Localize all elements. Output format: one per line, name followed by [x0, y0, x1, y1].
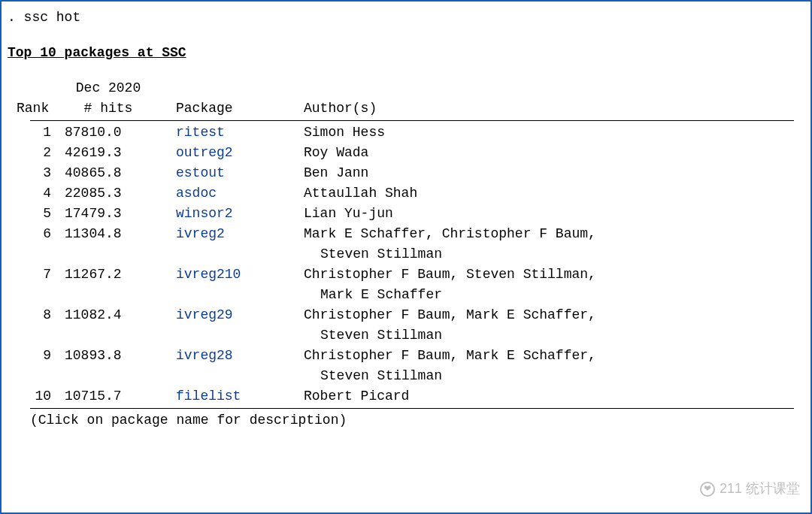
- cell-authors: Mark E Schaffer, Christopher F Baum,Stev…: [289, 224, 804, 265]
- wechat-icon: ❤: [700, 482, 715, 497]
- cell-authors: Roy Wada: [289, 143, 804, 163]
- package-link[interactable]: estout: [176, 165, 225, 180]
- cell-package: asdoc: [153, 183, 289, 204]
- table-row: 340865.8estoutBen Jann: [11, 163, 804, 183]
- command-text: . ssc hot: [8, 10, 80, 25]
- author-line: Robert Picard: [304, 386, 782, 407]
- cell-hits: 10893.8: [63, 346, 153, 366]
- cell-rank: 8: [11, 305, 63, 325]
- packages-table: Rank Dec 2020 # hits Package Author(s) 1…: [8, 78, 804, 431]
- header-package: Package: [153, 78, 289, 119]
- footer-note: (Click on package name for description): [11, 410, 804, 431]
- cell-authors: Ben Jann: [289, 163, 804, 183]
- author-line: Lian Yu-jun: [304, 204, 782, 224]
- cell-hits: 40865.8: [63, 163, 153, 183]
- cell-package: filelist: [153, 386, 289, 407]
- cell-package: estout: [153, 163, 289, 183]
- table-body: 187810.0ritestSimon Hess242619.3outreg2R…: [11, 122, 804, 407]
- package-link[interactable]: ivreg28: [176, 348, 233, 363]
- table-row: 187810.0ritestSimon Hess: [11, 122, 804, 143]
- package-link[interactable]: filelist: [176, 389, 241, 404]
- cell-hits: 22085.3: [63, 183, 153, 204]
- cell-rank: 9: [11, 346, 63, 366]
- package-link[interactable]: outreg2: [176, 145, 233, 160]
- table-row: 910893.8ivreg28Christopher F Baum, Mark …: [11, 346, 804, 386]
- cell-hits: 10715.7: [63, 386, 153, 407]
- cell-hits: 11267.2: [63, 265, 153, 285]
- cell-rank: 7: [11, 265, 63, 285]
- header-authors: Author(s): [289, 78, 804, 119]
- package-link[interactable]: ivreg29: [176, 307, 233, 322]
- cell-package: outreg2: [153, 143, 289, 163]
- divider-top: [30, 120, 794, 121]
- cell-hits: 11304.8: [63, 224, 153, 244]
- table-row: 711267.2ivreg210Christopher F Baum, Stev…: [11, 265, 804, 305]
- cell-hits: 11082.4: [63, 305, 153, 325]
- cell-package: ivreg2: [153, 224, 289, 244]
- author-line: Christopher F Baum, Steven Stillman,: [304, 265, 782, 285]
- author-line: Christopher F Baum, Mark E Schaffer,: [304, 305, 782, 325]
- cell-package: ivreg210: [153, 265, 289, 285]
- section-title: Top 10 packages at SSC: [8, 43, 804, 63]
- cell-rank: 6: [11, 224, 63, 244]
- table-row: 811082.4ivreg29Christopher F Baum, Mark …: [11, 305, 804, 346]
- cell-rank: 1: [11, 122, 63, 143]
- cell-package: ivreg29: [153, 305, 289, 325]
- cell-rank: 4: [11, 183, 63, 204]
- cell-rank: 2: [11, 143, 63, 163]
- table-row: 611304.8ivreg2Mark E Schaffer, Christoph…: [11, 224, 804, 265]
- cell-authors: Attaullah Shah: [289, 183, 804, 204]
- cell-hits: 42619.3: [63, 143, 153, 163]
- header-rank: Rank: [11, 78, 63, 119]
- cell-authors: Simon Hess: [289, 122, 804, 143]
- package-link[interactable]: winsor2: [176, 206, 233, 221]
- author-line-continuation: Steven Stillman: [304, 325, 782, 346]
- author-line: Mark E Schaffer, Christopher F Baum,: [304, 224, 782, 244]
- author-line: Roy Wada: [304, 143, 782, 163]
- package-link[interactable]: ivreg2: [176, 226, 225, 241]
- cell-authors: Christopher F Baum, Steven Stillman,Mark…: [289, 265, 804, 305]
- cell-authors: Lian Yu-jun: [289, 204, 804, 224]
- package-link[interactable]: ivreg210: [176, 267, 241, 282]
- package-link[interactable]: asdoc: [176, 186, 217, 201]
- cell-authors: Christopher F Baum, Mark E Schaffer,Stev…: [289, 305, 804, 346]
- cell-rank: 10: [11, 386, 63, 407]
- cell-rank: 5: [11, 204, 63, 224]
- author-line: Ben Jann: [304, 163, 782, 183]
- cell-rank: 3: [11, 163, 63, 183]
- table-row: 1010715.7filelistRobert Picard: [11, 386, 804, 407]
- cell-authors: Christopher F Baum, Mark E Schaffer,Stev…: [289, 346, 804, 386]
- cell-package: ritest: [153, 122, 289, 143]
- table-row: 517479.3winsor2Lian Yu-jun: [11, 204, 804, 224]
- author-line-continuation: Steven Stillman: [304, 366, 782, 386]
- author-line: Christopher F Baum, Mark E Schaffer,: [304, 346, 782, 366]
- watermark-text: 211 统计课堂: [720, 479, 800, 499]
- cell-package: ivreg28: [153, 346, 289, 366]
- cell-package: winsor2: [153, 204, 289, 224]
- author-line-continuation: Steven Stillman: [304, 244, 782, 265]
- table-row: 242619.3outreg2Roy Wada: [11, 143, 804, 163]
- package-link[interactable]: ritest: [176, 125, 225, 140]
- table-header-row: Rank Dec 2020 # hits Package Author(s): [11, 78, 804, 119]
- author-line: Attaullah Shah: [304, 183, 782, 204]
- header-hits: Dec 2020 # hits: [63, 78, 153, 119]
- table-row: 422085.3asdocAttaullah Shah: [11, 183, 804, 204]
- cell-hits: 87810.0: [63, 122, 153, 143]
- author-line-continuation: Mark E Schaffer: [304, 285, 782, 305]
- watermark: ❤ 211 统计课堂: [700, 479, 800, 499]
- command-prompt-line: . ssc hot: [8, 8, 804, 28]
- author-line: Simon Hess: [304, 122, 782, 143]
- cell-authors: Robert Picard: [289, 386, 804, 407]
- cell-hits: 17479.3: [63, 204, 153, 224]
- divider-bottom: [30, 408, 794, 409]
